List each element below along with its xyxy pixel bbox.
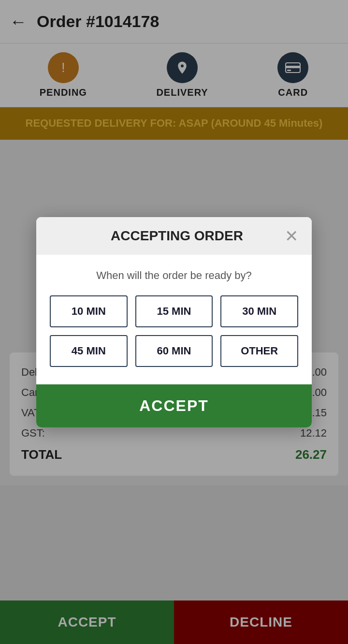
time-option-60min[interactable]: 60 MIN xyxy=(135,335,213,367)
time-option-10min[interactable]: 10 MIN xyxy=(50,295,128,327)
time-option-15min[interactable]: 15 MIN xyxy=(135,295,213,327)
modal-accept-button[interactable]: ACCEPT xyxy=(36,384,312,427)
modal-body: When will the order be ready by? 10 MIN … xyxy=(36,255,312,384)
time-option-30min[interactable]: 30 MIN xyxy=(220,295,298,327)
modal-title: ACCEPTING ORDER xyxy=(69,228,285,244)
modal-overlay: ACCEPTING ORDER ✕ When will the order be… xyxy=(0,0,348,644)
modal-close-button[interactable]: ✕ xyxy=(285,228,298,244)
modal-question: When will the order be ready by? xyxy=(50,269,298,282)
modal-header: ACCEPTING ORDER ✕ xyxy=(36,217,312,255)
time-option-other[interactable]: OTHER xyxy=(220,335,298,367)
accepting-order-modal: ACCEPTING ORDER ✕ When will the order be… xyxy=(36,217,312,427)
time-option-45min[interactable]: 45 MIN xyxy=(50,335,128,367)
time-options-grid: 10 MIN 15 MIN 30 MIN 45 MIN 60 MIN OTHER xyxy=(50,295,298,367)
